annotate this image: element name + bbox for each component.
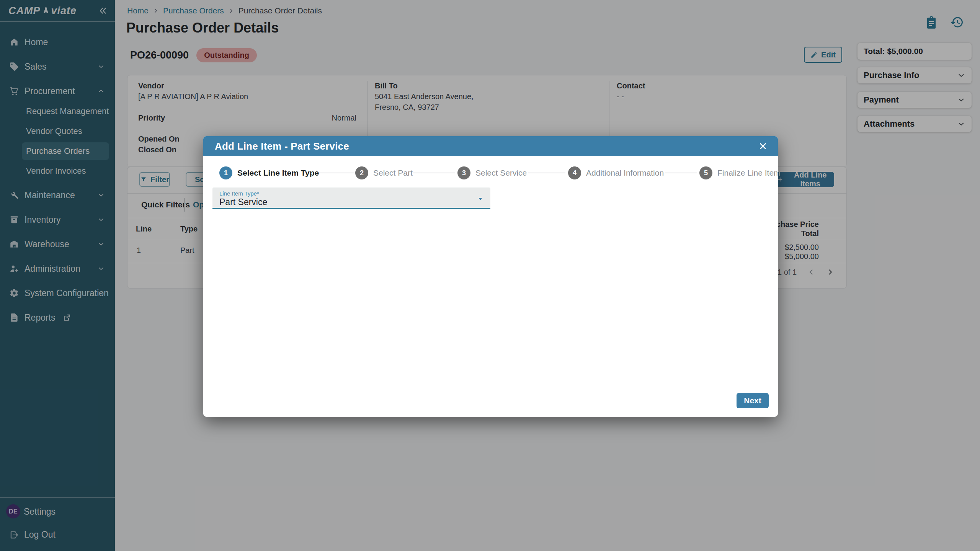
modal-close-button[interactable] [758, 141, 768, 151]
caret-down-icon [476, 194, 485, 205]
step-number: 1 [219, 166, 232, 179]
step-select-service[interactable]: 3 Select Service [457, 166, 527, 179]
modal-header: Add Line Item - Part Service [203, 136, 778, 156]
step-label: Additional Information [586, 168, 664, 178]
step-label: Select Part [373, 168, 413, 178]
step-number: 2 [355, 166, 368, 179]
next-button[interactable]: Next [737, 393, 769, 408]
step-label: Finalize Line Item [717, 168, 781, 178]
step-connector [413, 173, 455, 173]
add-line-item-modal: Add Line Item - Part Service 1 Select Li… [203, 136, 778, 417]
line-item-type-select[interactable]: Line Item Type* Part Service [212, 187, 490, 209]
line-item-type-value: Part Service [219, 197, 267, 207]
step-label: Select Service [475, 168, 527, 178]
step-connector [528, 173, 565, 173]
step-number: 3 [457, 166, 470, 179]
step-number: 5 [699, 166, 712, 179]
line-item-type-label: Line Item Type* [219, 190, 259, 197]
step-select-part[interactable]: 2 Select Part [355, 166, 413, 179]
modal-title: Add Line Item - Part Service [215, 140, 349, 152]
step-additional-information[interactable]: 4 Additional Information [568, 166, 664, 179]
step-finalize-line-item[interactable]: 5 Finalize Line Item [699, 166, 781, 179]
step-connector [319, 173, 354, 173]
step-select-line-item-type[interactable]: 1 Select Line Item Type [219, 166, 319, 179]
step-connector [665, 173, 697, 173]
close-icon [758, 141, 768, 151]
step-number: 4 [568, 166, 581, 179]
page: CAMP viate Home Sales Procurement Reques… [0, 0, 980, 551]
step-label: Select Line Item Type [237, 168, 319, 178]
